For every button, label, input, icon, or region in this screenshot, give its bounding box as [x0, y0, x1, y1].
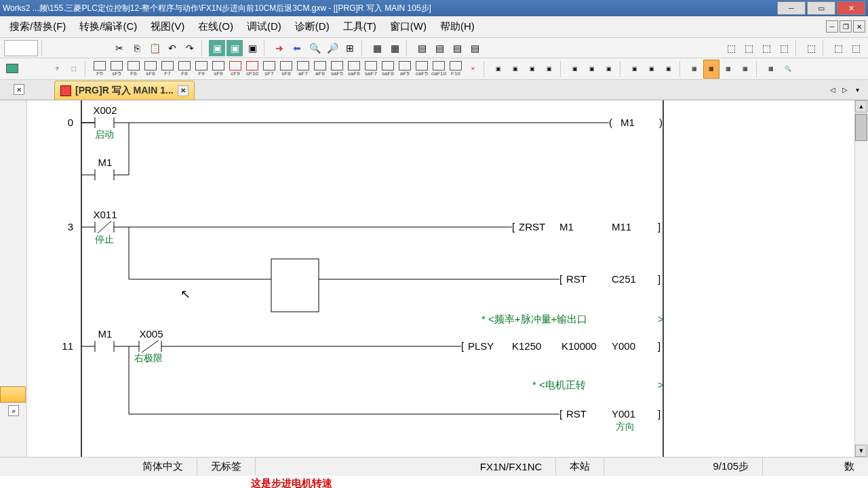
- contact-f9[interactable]: F9: [193, 60, 210, 79]
- contact-cf9[interactable]: cF9: [227, 60, 243, 79]
- toolbar-icon-13[interactable]: ▤: [467, 40, 483, 56]
- side-panel-tab[interactable]: [0, 386, 26, 403]
- contact-sf9[interactable]: sF9: [210, 60, 226, 79]
- ladder-tool-icon[interactable]: ▦: [720, 60, 736, 79]
- ladder-tool-icon[interactable]: ▣: [584, 60, 600, 79]
- menu-online[interactable]: 在线(O): [191, 18, 240, 36]
- paste-icon[interactable]: 📋: [146, 40, 163, 56]
- expand-panel-icon[interactable]: »: [8, 405, 19, 416]
- toolbar-icon-6[interactable]: 🔎: [324, 40, 340, 56]
- toolbar-icon-r7[interactable]: ⬚: [848, 40, 864, 56]
- toolbar-icon-10[interactable]: ▤: [414, 40, 430, 56]
- ladder-tool-icon[interactable]: ▣: [660, 60, 677, 79]
- contact-sf7[interactable]: sF7: [261, 60, 277, 79]
- contact-af5[interactable]: aF5: [397, 60, 413, 79]
- redo-icon[interactable]: ↷: [182, 40, 198, 56]
- toolbar-icon-4[interactable]: ➜: [271, 40, 288, 56]
- contact-caf5[interactable]: caF5: [414, 60, 430, 79]
- ladder-tool-icon[interactable]: ▣: [507, 60, 524, 79]
- document-tab-active[interactable]: [PRG]R 写入 MAIN 1... ✕: [54, 81, 195, 100]
- menu-help[interactable]: 帮助(H): [433, 18, 481, 36]
- help-icon[interactable]: ?: [49, 60, 65, 79]
- zoom-icon[interactable]: 🔍: [780, 60, 796, 79]
- ladder-diagram: 0 X002 启动 M1 ( M1 ) 3 X01: [27, 100, 841, 457]
- cut-icon[interactable]: ✂: [111, 40, 127, 56]
- toolbar-icon-r1[interactable]: ⬚: [723, 40, 739, 56]
- toolbar-icon-11[interactable]: ▤: [431, 40, 448, 56]
- contact-sf8[interactable]: sF8: [278, 60, 294, 79]
- menu-debug[interactable]: 调试(D): [240, 18, 288, 36]
- contact-saf5[interactable]: saF5: [329, 60, 345, 79]
- ladder-tool-icon[interactable]: ▣: [627, 60, 643, 79]
- contact-cf10[interactable]: cF10: [244, 60, 260, 79]
- contact-f10[interactable]: F10: [448, 60, 464, 79]
- toolbar-icon-r4[interactable]: ⬚: [776, 40, 792, 56]
- toolbar-dropdown[interactable]: [4, 40, 38, 56]
- contact-f5[interactable]: F5: [92, 60, 108, 79]
- contact-saf6[interactable]: saF6: [346, 60, 362, 79]
- toolbar-icon-7[interactable]: ⊞: [342, 40, 358, 56]
- ladder-tool-icon[interactable]: ▦: [686, 60, 703, 79]
- ladder-tool-icon[interactable]: ▣: [490, 60, 507, 79]
- tab-next-icon[interactable]: ▷: [840, 84, 850, 95]
- menu-convert[interactable]: 转换/编译(C): [73, 18, 144, 36]
- contact-f6[interactable]: F6: [125, 60, 142, 79]
- toolbar-icon-r2[interactable]: ⬚: [741, 40, 757, 56]
- tab-prev-icon[interactable]: ◁: [827, 84, 838, 95]
- ladder-tool-icon[interactable]: ▣: [541, 60, 557, 79]
- toolbar-icon-1[interactable]: ▣: [209, 40, 225, 56]
- toolbar-icon-8[interactable]: ▦: [369, 40, 385, 56]
- maximize-button[interactable]: ▭: [807, 1, 835, 15]
- ladder-tool-icon[interactable]: ▦: [763, 60, 779, 79]
- minimize-button[interactable]: ─: [777, 1, 806, 15]
- contact-sf6[interactable]: sF6: [142, 60, 159, 79]
- menu-window[interactable]: 窗口(W): [383, 18, 433, 36]
- ladder-tool-icon[interactable]: ▣: [601, 60, 617, 79]
- ladder-tool-icon[interactable]: ▣: [644, 60, 660, 79]
- scroll-thumb[interactable]: [855, 114, 867, 141]
- ladder-palette-btn[interactable]: ⬚: [66, 60, 82, 79]
- toolbar-icon-12[interactable]: ▤: [449, 40, 465, 56]
- toolbar-icon-r3[interactable]: ⬚: [758, 40, 774, 56]
- scroll-down-icon[interactable]: ▼: [855, 445, 867, 457]
- copy-icon[interactable]: ⎘: [129, 40, 145, 56]
- toolbar-icon-3[interactable]: ▣: [244, 40, 260, 56]
- menu-search[interactable]: 搜索/替换(F): [3, 18, 73, 36]
- menu-diagnose[interactable]: 诊断(D): [288, 18, 336, 36]
- contact-sf5[interactable]: sF5: [108, 60, 125, 79]
- toolbar-icon-2[interactable]: ▣: [226, 40, 243, 56]
- mdi-minimize-button[interactable]: ─: [826, 20, 838, 33]
- ladder-del-icon[interactable]: ✕: [465, 60, 481, 79]
- side-panel-close-icon[interactable]: ✕: [14, 84, 24, 95]
- scroll-up-icon[interactable]: ▲: [855, 100, 867, 113]
- ladder-editor[interactable]: 0 X002 启动 M1 ( M1 ) 3 X01: [27, 100, 854, 457]
- mdi-restore-button[interactable]: ❐: [840, 20, 852, 33]
- contact-f7[interactable]: F7: [159, 60, 176, 79]
- toolbar-icon-r5[interactable]: ⬚: [803, 40, 819, 56]
- ladder-tool-icon[interactable]: ▣: [567, 60, 583, 79]
- contact-saf7[interactable]: saF7: [363, 60, 379, 79]
- ladder-palette-btn[interactable]: [4, 60, 20, 79]
- find-icon[interactable]: 🔍: [307, 40, 323, 56]
- ladder-tool-icon[interactable]: ▣: [524, 60, 540, 79]
- svg-text:]: ]: [658, 408, 660, 420]
- menu-tool[interactable]: 工具(T): [336, 18, 383, 36]
- contact-saf8[interactable]: saF8: [380, 60, 396, 79]
- contact-f8[interactable]: F8: [176, 60, 193, 79]
- ladder-tool-icon[interactable]: ▦: [737, 60, 753, 79]
- mdi-close-button[interactable]: ✕: [853, 20, 865, 33]
- ladder-tool-icon[interactable]: ▦: [703, 60, 719, 79]
- status-bar: 简体中文 无标签 FX1N/FX1NC 本站 9/105步 数: [0, 457, 868, 476]
- toolbar-icon-r6[interactable]: ⬚: [830, 40, 846, 56]
- toolbar-icon-5[interactable]: ⬅: [289, 40, 305, 56]
- close-button[interactable]: ✕: [837, 1, 865, 15]
- contact-caf10[interactable]: caF10: [431, 60, 447, 79]
- undo-icon[interactable]: ↶: [164, 40, 180, 56]
- vertical-scrollbar[interactable]: ▲ ▼: [854, 100, 868, 457]
- tab-menu-icon[interactable]: ▾: [852, 84, 863, 95]
- contact-af8[interactable]: aF8: [312, 60, 328, 79]
- contact-af7[interactable]: aF7: [295, 60, 311, 79]
- tab-close-icon[interactable]: ✕: [178, 85, 189, 96]
- menu-view[interactable]: 视图(V): [144, 18, 191, 36]
- toolbar-icon-9[interactable]: ▦: [387, 40, 403, 56]
